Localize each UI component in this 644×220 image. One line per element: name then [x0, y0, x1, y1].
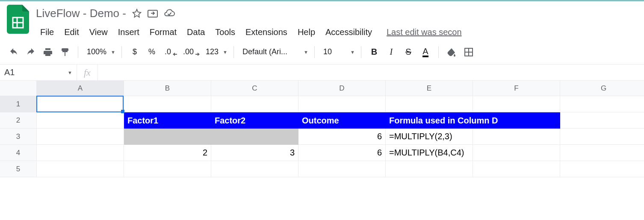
header: LiveFlow - Demo - File Edit View Insert … — [0, 1, 644, 40]
cell-b1[interactable] — [124, 96, 211, 112]
cell-f4[interactable] — [473, 145, 560, 161]
col-header-b[interactable]: B — [124, 81, 211, 96]
zoom-dropdown[interactable]: 100%▼ — [84, 45, 115, 59]
cell-c3[interactable] — [211, 129, 298, 145]
doc-title[interactable]: LiveFlow - Demo - — [36, 7, 126, 20]
cell-a4[interactable] — [37, 145, 124, 161]
separator — [438, 46, 439, 58]
fx-label: fx — [77, 65, 98, 80]
cell-g2[interactable] — [560, 112, 644, 129]
cell-c4[interactable]: 3 — [211, 145, 298, 161]
column-header-row: A B C D E F G — [0, 81, 644, 96]
menu-view[interactable]: View — [85, 26, 112, 39]
formula-bar: A1 ▼ fx — [0, 65, 644, 81]
separator — [121, 46, 122, 58]
col-header-g[interactable]: G — [560, 81, 644, 96]
col-header-d[interactable]: D — [298, 81, 386, 96]
toolbar: 100%▼ $ % .0 .00 123▼ Default (Ari...▼ 1… — [0, 40, 644, 65]
name-box[interactable]: A1 ▼ — [0, 65, 77, 80]
cell-f5[interactable] — [473, 161, 560, 177]
print-button[interactable] — [41, 45, 55, 59]
move-icon[interactable] — [148, 9, 158, 18]
font-dropdown[interactable]: Default (Ari...▼ — [240, 45, 308, 59]
italic-button[interactable]: I — [384, 45, 398, 59]
paint-format-button[interactable] — [58, 45, 72, 59]
cell-d4[interactable]: 6 — [298, 145, 386, 161]
cell-a5[interactable] — [37, 161, 124, 177]
separator — [233, 46, 234, 58]
chevron-down-icon: ▼ — [68, 70, 72, 75]
menu-accessibility[interactable]: Accessibility — [321, 26, 376, 39]
cell-f1[interactable] — [473, 96, 560, 112]
fill-color-button[interactable] — [445, 45, 458, 59]
separator — [361, 46, 361, 58]
star-icon[interactable] — [132, 9, 142, 18]
cell-e5[interactable] — [386, 161, 473, 177]
cell-g1[interactable] — [560, 96, 644, 112]
menu-bar: File Edit View Insert Format Data Tools … — [36, 24, 637, 40]
cell-c1[interactable] — [211, 96, 298, 112]
font-size-dropdown[interactable]: 10▼ — [321, 45, 355, 59]
percent-button[interactable]: % — [145, 45, 159, 59]
cell-c5[interactable] — [211, 161, 298, 177]
cell-e2[interactable]: Formula used in Column D — [386, 112, 560, 129]
separator — [78, 46, 78, 58]
cell-f3[interactable] — [473, 129, 560, 145]
cell-d5[interactable] — [298, 161, 386, 177]
separator — [314, 46, 315, 58]
cell-g5[interactable] — [560, 161, 644, 177]
cell-e4[interactable]: =MULTIPLY(B4,C4) — [386, 145, 473, 161]
redo-button[interactable] — [24, 45, 38, 59]
bold-button[interactable]: B — [367, 45, 381, 59]
menu-help[interactable]: Help — [293, 26, 319, 39]
increase-decimal-button[interactable]: .00 — [180, 45, 200, 59]
cell-a2[interactable] — [37, 112, 124, 129]
cell-g4[interactable] — [560, 145, 644, 161]
col-header-e[interactable]: E — [386, 81, 473, 96]
menu-extensions[interactable]: Extensions — [241, 26, 292, 39]
text-color-button[interactable]: A — [419, 45, 432, 59]
menu-insert[interactable]: Insert — [114, 26, 144, 39]
cell-a3[interactable] — [37, 129, 124, 145]
cell-a1[interactable] — [37, 96, 124, 112]
cell-g3[interactable] — [560, 129, 644, 145]
cell-d2[interactable]: Outcome — [298, 112, 386, 129]
row-header-2[interactable]: 2 — [0, 112, 37, 129]
decrease-decimal-button[interactable]: .0 — [162, 45, 177, 59]
strikethrough-button[interactable]: S — [402, 45, 415, 59]
row-header-1[interactable]: 1 — [0, 96, 37, 112]
grid-body: 1 2 3 4 5 Factor1 Factor2 Outcome Formul… — [0, 96, 644, 177]
cloud-icon[interactable] — [164, 9, 175, 18]
row-header-4[interactable]: 4 — [0, 145, 37, 161]
cell-e3[interactable]: =MULTIPLY(2,3) — [386, 129, 473, 145]
menu-edit[interactable]: Edit — [60, 26, 83, 39]
undo-button[interactable] — [7, 45, 21, 59]
currency-button[interactable]: $ — [128, 45, 142, 59]
menu-file[interactable]: File — [36, 26, 58, 39]
number-format-dropdown[interactable]: 123▼ — [203, 45, 227, 59]
cell-d1[interactable] — [298, 96, 386, 112]
menu-tools[interactable]: Tools — [211, 26, 239, 39]
cell-b5[interactable] — [124, 161, 211, 177]
cell-b3[interactable] — [124, 129, 211, 145]
cell-e1[interactable] — [386, 96, 473, 112]
cells-area[interactable]: Factor1 Factor2 Outcome Formula used in … — [37, 96, 644, 177]
select-all-corner[interactable] — [0, 81, 37, 96]
borders-button[interactable] — [462, 45, 476, 59]
cell-c2[interactable]: Factor2 — [211, 112, 298, 129]
col-header-f[interactable]: F — [473, 81, 560, 96]
col-header-c[interactable]: C — [211, 81, 298, 96]
menu-format[interactable]: Format — [145, 26, 181, 39]
last-edit-link[interactable]: Last edit was secon — [387, 27, 462, 37]
formula-input[interactable] — [98, 65, 644, 80]
sheets-logo[interactable] — [7, 5, 29, 34]
menu-data[interactable]: Data — [183, 26, 209, 39]
row-header-5[interactable]: 5 — [0, 161, 37, 177]
row-header-3[interactable]: 3 — [0, 129, 37, 145]
col-header-a[interactable]: A — [37, 81, 124, 96]
cell-d3[interactable]: 6 — [298, 129, 386, 145]
cell-b4[interactable]: 2 — [124, 145, 211, 161]
cell-b2[interactable]: Factor1 — [124, 112, 211, 129]
